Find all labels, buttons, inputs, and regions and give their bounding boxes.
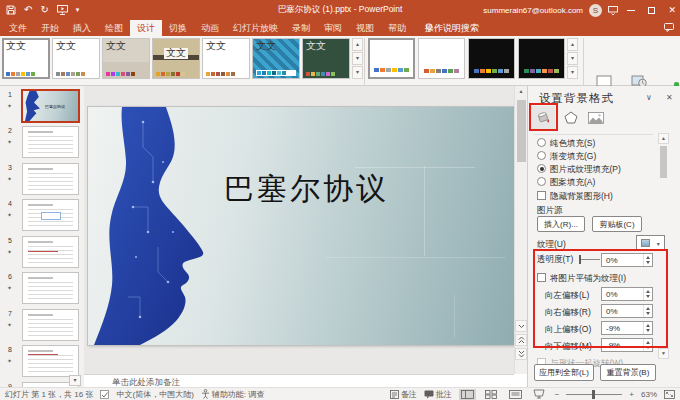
zoom-slider-thumb[interactable] (592, 390, 595, 399)
tab-home[interactable]: 开始 (34, 20, 66, 36)
slide-6-thumbnail[interactable] (22, 272, 79, 304)
variant-gallery-more[interactable]: ▾ (567, 66, 578, 79)
radio-gradient-fill[interactable] (537, 151, 546, 160)
avatar[interactable]: S (589, 4, 602, 17)
slide-row-3[interactable]: 3✦ (0, 162, 84, 198)
qat-customize-icon[interactable]: ▾ (76, 4, 80, 16)
spinner-arrows[interactable] (643, 288, 652, 300)
pane-close-icon[interactable]: ✕ (666, 93, 673, 102)
theme-scroll-up[interactable]: ▴ (352, 38, 363, 51)
previous-slide-button[interactable] (515, 334, 527, 346)
slide-sorter-view-button[interactable] (483, 389, 500, 400)
theme-option-5[interactable]: 文文 (202, 38, 250, 79)
fill-option-pattern[interactable]: 图案填充(A) (528, 176, 680, 189)
slide-canvas[interactable]: 巴塞尔协议 (88, 107, 515, 345)
tab-view[interactable]: 视图 (349, 20, 381, 36)
zoom-in-button[interactable]: + (629, 390, 634, 399)
fill-option-gradient[interactable]: 渐变填充(G) (528, 150, 680, 163)
radio-picture-fill[interactable] (537, 164, 546, 173)
picture-tab-icon[interactable] (584, 106, 608, 129)
slide-4-thumbnail[interactable] (22, 199, 79, 231)
spinner-arrows[interactable] (643, 322, 652, 334)
start-slideshow-icon[interactable] (57, 5, 68, 15)
insert-picture-button[interactable]: 插入(R)... (537, 216, 585, 232)
variant-scroll-down[interactable]: ▾ (567, 52, 578, 65)
tab-design[interactable]: 设计 (130, 20, 162, 36)
radio-solid-fill[interactable] (537, 138, 546, 147)
tab-help[interactable]: 帮助 (381, 20, 413, 36)
tab-file[interactable]: 文件 (2, 20, 34, 36)
comments-toggle[interactable]: 批注 (424, 389, 452, 400)
apply-to-all-button[interactable]: 应用到全部(L) (534, 364, 594, 381)
fit-to-window-icon[interactable] (664, 390, 675, 399)
variant-4[interactable] (518, 38, 565, 79)
slide-1-thumbnail[interactable]: 巴塞尔协议 (21, 89, 80, 123)
slide-counter[interactable]: 幻灯片 第 1 张，共 16 张 (5, 389, 93, 400)
texture-picker-button[interactable]: ▾ (636, 235, 665, 251)
pane-collapse-icon[interactable]: ∨ (646, 93, 652, 102)
spinner-arrows[interactable] (643, 339, 652, 351)
slide-row-5[interactable]: 5✦ (0, 235, 84, 271)
pane-scroll-down[interactable]: ▼ (658, 348, 669, 359)
zoom-out-button[interactable]: − (555, 390, 560, 399)
slide-2-thumbnail[interactable] (22, 126, 79, 158)
zoom-slider[interactable] (566, 390, 622, 399)
variant-scroll-up[interactable]: ▴ (567, 38, 578, 51)
notes-toggle[interactable]: 备注 (390, 389, 417, 400)
offset-bottom-spinner[interactable]: -9% (601, 338, 653, 352)
close-button[interactable]: ✕ (668, 5, 676, 15)
editor-scrollbar[interactable]: ▲ (514, 86, 527, 374)
tab-slideshow[interactable]: 幻灯片放映 (226, 20, 285, 36)
checkbox-hide-background[interactable] (537, 191, 546, 200)
next-slide-button[interactable] (515, 348, 527, 360)
slide-8-thumbnail[interactable] (22, 345, 79, 377)
slide-row-2[interactable]: 2✦ (0, 125, 84, 161)
slide-row-1[interactable]: 1✦ 巴塞尔协议 (0, 89, 84, 125)
slideshow-view-button[interactable] (531, 389, 548, 400)
slide-row-6[interactable]: 6✦ (0, 271, 84, 307)
restore-button[interactable] (648, 7, 655, 14)
tab-draw[interactable]: 绘图 (98, 20, 130, 36)
save-icon[interactable] (6, 5, 16, 15)
theme-option-7[interactable]: 文文 (302, 38, 350, 79)
notes-bar[interactable]: 单击此处添加备注 (84, 374, 514, 387)
offset-top-spinner[interactable]: -9% (601, 321, 653, 335)
scroll-up-icon[interactable]: ▲ (515, 88, 527, 94)
clipboard-button[interactable]: 剪贴板(C) (592, 216, 642, 232)
variant-1[interactable] (368, 38, 415, 79)
checkbox-tile-picture[interactable] (537, 273, 546, 282)
comments-icon[interactable] (664, 23, 674, 32)
pane-scroll-up[interactable]: ▲ (658, 133, 669, 144)
theme-scroll-down[interactable]: ▾ (352, 52, 363, 65)
slide-3-thumbnail[interactable] (22, 163, 79, 195)
slide-row-4[interactable]: 4✦ (0, 198, 84, 234)
transparency-slider-track[interactable] (580, 259, 600, 260)
theme-current[interactable]: 文文 (2, 38, 50, 79)
theme-option-4[interactable]: 文文 (152, 38, 200, 79)
undo-icon[interactable]: ↶ (24, 4, 32, 16)
tab-animations[interactable]: 动画 (194, 20, 226, 36)
variant-3[interactable] (468, 38, 515, 79)
radio-pattern-fill[interactable] (537, 177, 546, 186)
hide-background-option[interactable]: 隐藏背景图形(H) (528, 190, 680, 203)
pane-scrollbar-thumb[interactable] (660, 146, 667, 178)
minimize-button[interactable] (627, 10, 635, 11)
spellcheck-icon[interactable] (100, 390, 109, 399)
redo-icon[interactable]: ↻ (40, 4, 48, 16)
tab-record[interactable]: 录制 (285, 20, 317, 36)
transparency-slider-thumb[interactable] (579, 255, 581, 264)
offset-left-spinner[interactable]: 0% (601, 287, 653, 301)
theme-option-2[interactable]: 文文 (52, 38, 100, 79)
tab-review[interactable]: 审阅 (317, 20, 349, 36)
slide-7-thumbnail[interactable] (22, 309, 79, 341)
zoom-level[interactable]: 63% (641, 390, 657, 399)
spinner-arrows[interactable] (643, 254, 652, 266)
effects-tab-icon[interactable] (559, 106, 583, 129)
scrollbar-thumb[interactable] (517, 100, 526, 162)
tab-insert[interactable]: 插入 (66, 20, 98, 36)
spinner-arrows[interactable] (643, 305, 652, 317)
scroll-down-button[interactable] (515, 320, 527, 332)
slide-row-7[interactable]: 7✦ (0, 308, 84, 344)
language-indicator[interactable]: 中文(简体，中国大陆) (116, 389, 193, 400)
theme-option-6[interactable]: 文文 (252, 38, 300, 79)
